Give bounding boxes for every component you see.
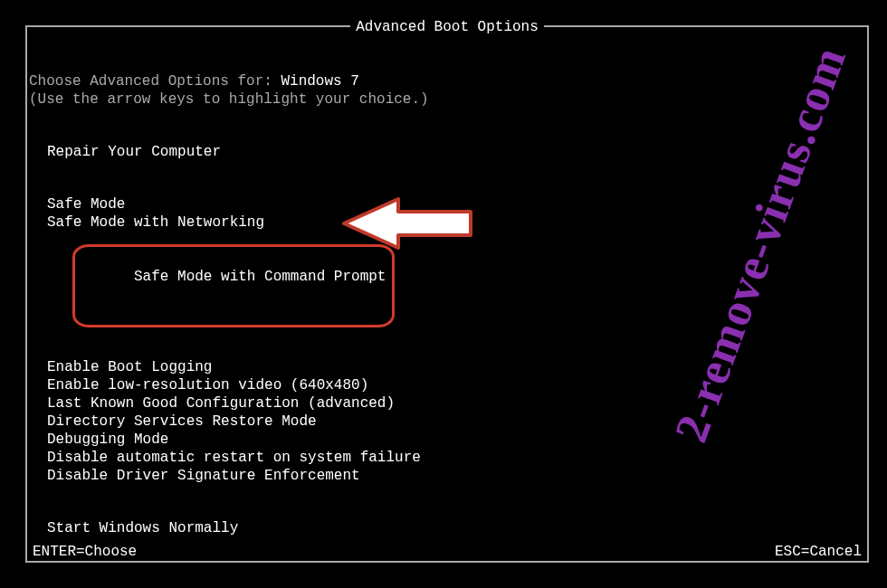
- menu-item-boot-logging[interactable]: Enable Boot Logging: [29, 358, 865, 376]
- intro-line: Choose Advanced Options for: Windows 7: [29, 72, 865, 90]
- footer-esc: ESC=Cancel: [775, 543, 862, 561]
- hint-line: (Use the arrow keys to highlight your ch…: [29, 90, 865, 109]
- menu-item-last-known-good[interactable]: Last Known Good Configuration (advanced): [29, 394, 865, 413]
- menu-item-disable-driver-sig[interactable]: Disable Driver Signature Enforcement: [29, 467, 865, 485]
- menu-item-safe-mode-cmd-label: Safe Mode with Command Prompt: [134, 269, 386, 285]
- menu-item-safe-mode-networking[interactable]: Safe Mode with Networking: [29, 213, 865, 232]
- menu-item-safe-mode-cmd[interactable]: Safe Mode with Command Prompt: [29, 232, 865, 340]
- menu-item-debugging[interactable]: Debugging Mode: [29, 431, 865, 449]
- intro-prefix: Choose Advanced Options for:: [29, 73, 281, 90]
- menu-item-ds-restore[interactable]: Directory Services Restore Mode: [29, 413, 865, 431]
- menu-item-low-res-video[interactable]: Enable low-resolution video (640x480): [29, 376, 865, 394]
- os-name: Windows 7: [281, 73, 358, 90]
- page-title: Advanced Boot Options: [350, 18, 544, 36]
- menu-item-start-normally[interactable]: Start Windows Normally: [29, 519, 865, 537]
- footer-bar: ENTER=Choose ESC=Cancel: [25, 543, 869, 561]
- title-bar: Advanced Boot Options: [25, 27, 869, 45]
- highlight-ring-icon: [72, 244, 395, 327]
- menu-item-safe-mode[interactable]: Safe Mode: [29, 195, 865, 213]
- menu-item-disable-auto-restart[interactable]: Disable automatic restart on system fail…: [29, 449, 865, 467]
- footer-enter: ENTER=Choose: [33, 543, 137, 561]
- menu-item-repair[interactable]: Repair Your Computer: [29, 143, 865, 161]
- content-area: Choose Advanced Options for: Windows 7 (…: [29, 72, 865, 588]
